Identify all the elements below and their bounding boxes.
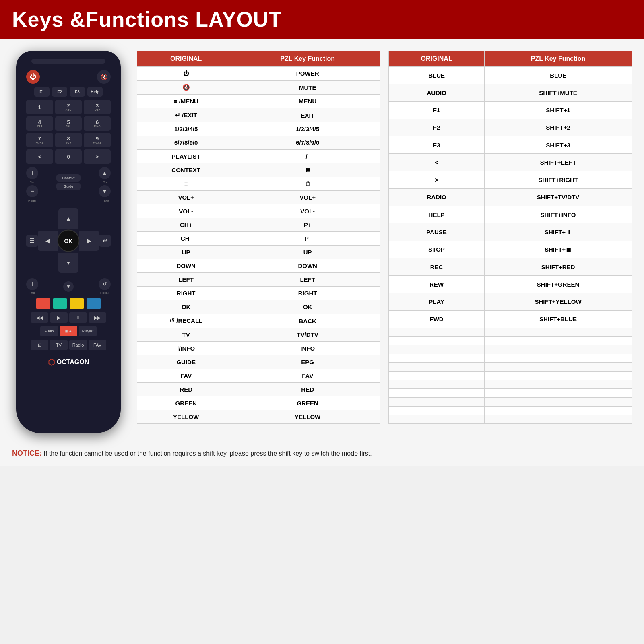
ch-label: Ch — [103, 180, 107, 184]
table2-row — [389, 328, 632, 336]
table2-row — [389, 380, 632, 389]
table1-row: CH+P+ — [137, 218, 380, 232]
table1-col2-header: PZL Key Function — [235, 51, 380, 67]
f-keys-row: F1 F2 F3 Help — [22, 87, 115, 97]
num-2-button[interactable]: 2ABC — [55, 100, 82, 114]
table2-row: PLAYSHIFT+YELLOW — [389, 293, 632, 310]
table2-original-cell: F1 — [389, 101, 485, 119]
num-3-button[interactable]: 3DEF — [84, 100, 111, 114]
table2-original-cell — [389, 345, 485, 354]
num-7-button[interactable]: 7PQRS — [26, 133, 53, 147]
vol-plus-button[interactable]: + — [26, 167, 38, 179]
exit-button[interactable]: ↵ — [99, 235, 111, 247]
ff-button[interactable]: ▶▶ — [89, 312, 106, 323]
table2-function-cell: SHIFT+2 — [485, 119, 632, 136]
dpad-down2-button[interactable]: ▼ — [63, 281, 74, 292]
table2-original-cell: REC — [389, 258, 485, 275]
num-9-button[interactable]: 9WXYZ — [84, 133, 111, 147]
num-8-button[interactable]: 8TUV — [55, 133, 82, 147]
dpad-right-button[interactable]: ▶ — [79, 231, 99, 251]
aspect-button[interactable]: ⊡ — [31, 340, 48, 350]
recall-button[interactable]: ↺ — [99, 278, 111, 290]
menu-button[interactable]: ☰ — [26, 235, 38, 247]
nav-lt-button[interactable]: < — [26, 149, 53, 164]
table2-function-cell: SHIFT+1 — [485, 101, 632, 119]
playlist-button[interactable]: Playlist — [79, 326, 97, 336]
table1-row: ≡ /MENUMENU — [137, 95, 380, 108]
notice-label: NOTICE: — [12, 449, 42, 457]
table1-original-cell: GREEN — [137, 396, 235, 410]
red-button[interactable] — [36, 298, 50, 309]
pause-button[interactable]: ⏸ — [69, 312, 87, 323]
num-1-button[interactable]: 1 — [26, 100, 53, 114]
info-button[interactable]: i — [26, 278, 38, 290]
ch-down-button[interactable]: ▼ — [99, 185, 111, 197]
table1-function-cell: P- — [235, 232, 380, 246]
fav-button[interactable]: FAV — [89, 340, 106, 350]
dpad-up-button[interactable]: ▲ — [58, 208, 78, 229]
menu-dpad-exit-row: ☰ ▲ ◀ OK ▶ ▼ ↵ — [22, 206, 115, 275]
dpad-down-button[interactable]: ▼ — [58, 253, 78, 273]
table1-function-cell: 1/2/3/4/5 — [235, 122, 380, 136]
power-mute-row: ⏻ 🔇 — [22, 70, 115, 84]
table2-original-cell — [389, 415, 485, 424]
stop-rec-button[interactable]: ■ ● — [60, 326, 77, 336]
table2-function-cell: BLUE — [485, 67, 632, 84]
table1-function-cell: LEFT — [235, 273, 380, 287]
table2-function-cell: SHIFT+YELLOW — [485, 293, 632, 310]
color-buttons-row — [22, 298, 115, 309]
numpad: 1 2ABC 3DEF 4GHI 5JKL 6MNO 7PQRS 8TUV 9W… — [22, 100, 115, 164]
help-button[interactable]: Help — [87, 87, 103, 97]
table2-function-cell — [485, 336, 632, 345]
info-recall-row: i Info ▼ ↺ Recall — [22, 278, 115, 295]
num-6-button[interactable]: 6MNO — [84, 116, 111, 131]
num-4-button[interactable]: 4GHI — [26, 116, 53, 131]
f2-button[interactable]: F2 — [52, 87, 67, 97]
table1-row: OKOK — [137, 300, 380, 314]
table2-function-cell: SHIFT+GREEN — [485, 276, 632, 293]
table2-original-cell: PLAY — [389, 293, 485, 310]
table1-row: UPUP — [137, 246, 380, 259]
ch-up-button[interactable]: ▲ — [99, 167, 111, 179]
nav-gt-button[interactable]: > — [84, 149, 111, 164]
mute-button[interactable]: 🔇 — [97, 70, 111, 84]
table2-original-cell — [389, 354, 485, 363]
tv-btn2[interactable]: TV — [50, 340, 68, 350]
f1-button[interactable]: F1 — [34, 87, 50, 97]
table1-original-cell: 6/7/8/9/0 — [137, 136, 235, 150]
play-button[interactable]: ▶ — [50, 312, 68, 323]
dpad-left-button[interactable]: ◀ — [38, 231, 58, 251]
cyan-button[interactable] — [53, 298, 67, 309]
rewind-button[interactable]: ◀◀ — [31, 312, 48, 323]
radio-button[interactable]: Radio — [69, 340, 87, 350]
f3-button[interactable]: F3 — [70, 87, 85, 97]
context-button[interactable]: Context — [56, 174, 80, 182]
table1-original-cell: i/INFO — [137, 342, 235, 355]
ok-button[interactable]: OK — [58, 230, 80, 252]
table2-original-cell: AUDIO — [389, 84, 485, 101]
table1-original-cell: RED — [137, 383, 235, 396]
table1-original-cell: YELLOW — [137, 410, 235, 424]
table1-row: FAVFAV — [137, 369, 380, 383]
table2-original-cell: < — [389, 154, 485, 171]
info-label: Info — [29, 291, 35, 295]
table1-row: YELLOWYELLOW — [137, 410, 380, 424]
context-vol-row: + Vol − Context Guide ▲ Ch ▼ — [22, 167, 115, 197]
blue-button[interactable] — [87, 298, 101, 309]
brand-logo: ⬡ OCTAGON — [48, 357, 89, 367]
num-5-button[interactable]: 5JKL — [55, 116, 82, 131]
table1-original-cell: UP — [137, 246, 235, 259]
table1-row: CH-P- — [137, 232, 380, 246]
guide-button[interactable]: Guide — [56, 183, 80, 190]
table1-original-cell: 🔇 — [137, 80, 235, 95]
vol-minus-button[interactable]: − — [26, 185, 38, 197]
num-0-button[interactable]: 0 — [55, 149, 82, 164]
table1-row: REDRED — [137, 383, 380, 396]
table2: ORIGINAL PZL Key Function BLUEBLUEAUDIOS… — [388, 51, 632, 424]
table1-row: 6/7/8/9/06/7/8/9/0 — [137, 136, 380, 150]
table2-function-cell — [485, 363, 632, 372]
audio-button[interactable]: Audio — [40, 326, 58, 336]
table1-original-cell: GUIDE — [137, 355, 235, 369]
yellow-button[interactable] — [70, 298, 84, 309]
power-button[interactable]: ⏻ — [26, 70, 40, 84]
